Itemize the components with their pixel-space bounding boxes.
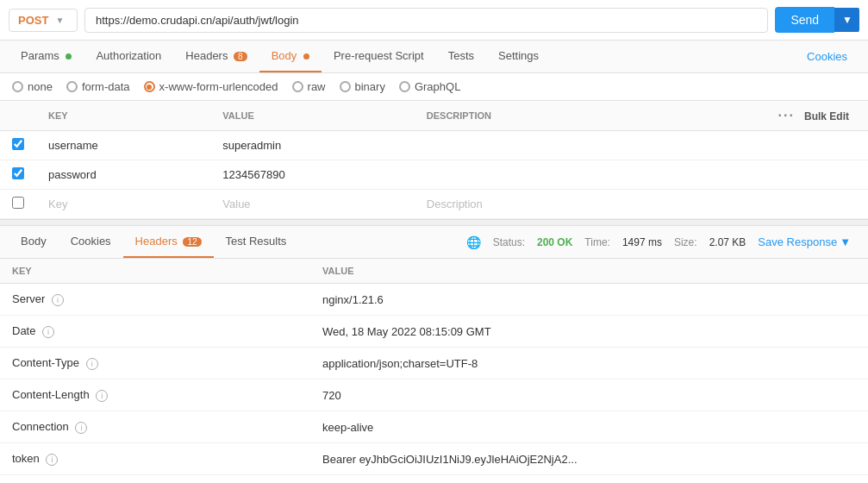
- resp-key-col-header: KEY: [0, 259, 310, 284]
- tab-params[interactable]: Params: [9, 41, 84, 72]
- row2-value[interactable]: 1234567890: [210, 160, 414, 190]
- row2-key[interactable]: password: [36, 160, 210, 190]
- body-type-x-www-form[interactable]: x-www-form-urlencoded: [144, 80, 278, 93]
- table-row: Content-Type i application/json;charset=…: [0, 348, 868, 380]
- table-row: Date i Wed, 18 May 2022 08:15:09 GMT: [0, 316, 868, 348]
- resp-row1-value: nginx/1.21.6: [310, 284, 868, 316]
- method-selector[interactable]: POST ▼: [9, 9, 78, 32]
- actions-col-header: ··· Bulk Edit: [624, 101, 868, 131]
- raw-radio: [292, 81, 303, 92]
- send-button-group: Send ▼: [775, 7, 859, 33]
- resp-row4-value: 720: [310, 380, 868, 411]
- table-row: Server i nginx/1.21.6: [0, 284, 868, 316]
- server-info-icon[interactable]: i: [52, 294, 64, 306]
- tab-authorization[interactable]: Authorization: [84, 41, 173, 72]
- body-type-binary[interactable]: binary: [340, 80, 385, 93]
- response-headers-table: KEY VALUE Server i nginx/1.21.6 Date i W…: [0, 259, 868, 475]
- row2-actions: [624, 160, 868, 190]
- row3-value-placeholder[interactable]: Value: [210, 190, 414, 219]
- row1-checkbox[interactable]: [12, 138, 24, 150]
- resp-row4-key: Content-Length i: [0, 380, 310, 411]
- globe-icon: 🌐: [466, 235, 481, 249]
- row1-description[interactable]: [415, 131, 624, 160]
- content-length-info-icon[interactable]: i: [96, 390, 108, 402]
- x-www-form-radio: [144, 81, 155, 92]
- response-size: 2.07 KB: [709, 236, 746, 248]
- tab-body[interactable]: Body: [259, 41, 322, 72]
- row2-description[interactable]: [415, 160, 624, 190]
- resp-row2-key: Date i: [0, 316, 310, 348]
- save-response-chevron-icon: ▼: [840, 235, 851, 248]
- method-chevron-icon: ▼: [55, 16, 64, 25]
- response-status: 200 OK: [537, 236, 572, 248]
- row3-key-placeholder[interactable]: Key: [36, 190, 210, 219]
- row3-checkbox[interactable]: [12, 197, 24, 209]
- key-col-header: KEY: [36, 101, 210, 131]
- response-time: 1497 ms: [622, 236, 662, 248]
- resp-row5-value: keep-alive: [310, 411, 868, 443]
- body-type-form-data[interactable]: form-data: [66, 80, 130, 93]
- row1-actions: [624, 131, 868, 160]
- method-label: POST: [18, 14, 48, 27]
- body-type-none[interactable]: none: [12, 80, 53, 93]
- connection-info-icon[interactable]: i: [75, 422, 87, 434]
- checkbox-col-header: [0, 101, 36, 131]
- tab-headers[interactable]: Headers 8: [173, 41, 259, 72]
- top-bar: POST ▼ Send ▼: [0, 0, 868, 41]
- cookies-link[interactable]: Cookies: [795, 41, 859, 72]
- params-dot: [66, 53, 72, 60]
- body-type-options: none form-data x-www-form-urlencoded raw…: [0, 73, 868, 101]
- row2-checkbox[interactable]: [12, 167, 24, 179]
- value-col-header: VALUE: [210, 101, 414, 131]
- none-radio: [12, 81, 23, 92]
- body-type-raw[interactable]: raw: [292, 80, 326, 93]
- send-button[interactable]: Send: [775, 7, 834, 33]
- save-response-button[interactable]: Save Response ▼: [758, 235, 851, 248]
- row3-description-placeholder[interactable]: Description: [415, 190, 624, 219]
- desc-col-header: DESCRIPTION: [415, 101, 624, 131]
- tab-pre-request[interactable]: Pre-request Script: [322, 41, 436, 72]
- row1-key[interactable]: username: [36, 131, 210, 160]
- resp-row3-key: Content-Type i: [0, 348, 310, 380]
- date-info-icon[interactable]: i: [42, 326, 54, 338]
- resp-row5-key: Connection i: [0, 411, 310, 443]
- tab-test-results[interactable]: Test Results: [214, 226, 299, 258]
- response-meta: 🌐 Status: 200 OK Time: 1497 ms Size: 2.0…: [458, 235, 859, 249]
- table-row: Connection i keep-alive: [0, 411, 868, 443]
- tab-response-headers[interactable]: Headers 12: [123, 226, 214, 258]
- tab-response-body[interactable]: Body: [9, 226, 59, 258]
- body-dot: [303, 53, 309, 60]
- resp-row2-value: Wed, 18 May 2022 08:15:09 GMT: [310, 316, 868, 348]
- resp-row6-key: token i: [0, 443, 310, 475]
- resp-row6-value: Bearer eyJhbGciOiJIUzI1NiJ9.eyJleHAiOjE2…: [310, 443, 868, 475]
- form-data-radio: [66, 81, 78, 92]
- table-row: username superadmin: [0, 131, 868, 160]
- bulk-edit-button[interactable]: Bulk Edit: [797, 107, 856, 126]
- url-input[interactable]: [84, 8, 768, 33]
- resp-value-col-header: VALUE: [310, 259, 868, 284]
- response-tabs: Body Cookies Headers 12 Test Results 🌐 S…: [0, 226, 868, 259]
- send-dropdown-button[interactable]: ▼: [834, 8, 859, 32]
- tab-tests[interactable]: Tests: [436, 41, 486, 72]
- binary-radio: [340, 81, 351, 92]
- resp-row1-key: Server i: [0, 284, 310, 316]
- response-headers-badge: 12: [183, 237, 201, 247]
- table-row: token i Bearer eyJhbGciOiJIUzI1NiJ9.eyJl…: [0, 443, 868, 475]
- request-params-table: KEY VALUE DESCRIPTION ··· Bulk Edit user…: [0, 101, 868, 219]
- content-type-info-icon[interactable]: i: [86, 358, 98, 370]
- table-row: password 1234567890: [0, 160, 868, 190]
- more-options-icon[interactable]: ···: [778, 108, 795, 122]
- resp-row3-value: application/json;charset=UTF-8: [310, 348, 868, 380]
- table-row: Content-Length i 720: [0, 380, 868, 411]
- section-divider: [0, 219, 868, 226]
- request-tabs: Params Authorization Headers 8 Body Pre-…: [0, 41, 868, 73]
- tab-settings[interactable]: Settings: [486, 41, 551, 72]
- headers-badge: 8: [234, 52, 247, 61]
- token-info-icon[interactable]: i: [46, 454, 58, 466]
- graphql-radio: [399, 81, 410, 92]
- row3-actions: [624, 190, 868, 219]
- table-row-empty: Key Value Description: [0, 190, 868, 219]
- tab-response-cookies[interactable]: Cookies: [59, 226, 123, 258]
- body-type-graphql[interactable]: GraphQL: [399, 80, 460, 93]
- row1-value[interactable]: superadmin: [210, 131, 414, 160]
